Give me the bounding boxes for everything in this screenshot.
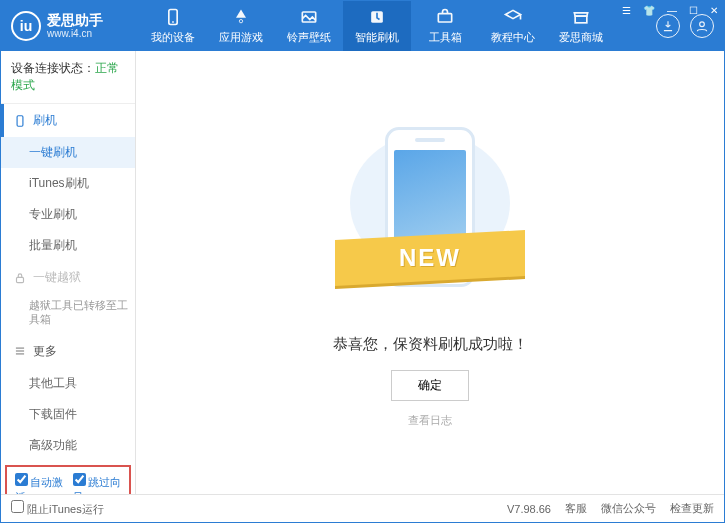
auto-activate-checkbox[interactable]: 自动激活 <box>15 473 63 494</box>
ok-button[interactable]: 确定 <box>391 370 469 401</box>
sidebar-item-batch[interactable]: 批量刷机 <box>1 230 135 261</box>
svg-point-2 <box>239 20 242 23</box>
user-icon <box>695 19 709 33</box>
nav-label: 智能刷机 <box>355 30 399 45</box>
section-title: 一键越狱 <box>33 269 81 286</box>
sidebar-item-firmware[interactable]: 下载固件 <box>1 399 135 430</box>
apps-icon <box>231 7 251 27</box>
tutorial-icon <box>503 7 523 27</box>
logo-icon: iu <box>11 11 41 41</box>
nav-tutorials[interactable]: 教程中心 <box>479 1 547 51</box>
device-icon <box>163 7 183 27</box>
app-url: www.i4.cn <box>47 28 103 39</box>
section-title: 刷机 <box>33 112 57 129</box>
section-title: 更多 <box>33 343 57 360</box>
svg-rect-8 <box>17 115 23 126</box>
sidebar-item-other[interactable]: 其他工具 <box>1 368 135 399</box>
lock-icon <box>13 271 27 285</box>
download-button[interactable] <box>656 14 680 38</box>
sidebar-section-flash[interactable]: 刷机 <box>1 104 135 137</box>
svg-rect-6 <box>575 16 587 23</box>
skip-guide-checkbox[interactable]: 跳过向导 <box>73 473 121 494</box>
success-message: 恭喜您，保资料刷机成功啦！ <box>333 335 528 354</box>
svg-point-7 <box>700 22 705 27</box>
nav-label: 工具箱 <box>429 30 462 45</box>
connection-status: 设备连接状态：正常模式 <box>1 51 135 104</box>
wallpaper-icon <box>299 7 319 27</box>
sidebar: 设备连接状态：正常模式 刷机 一键刷机 iTunes刷机 专业刷机 批量刷机 一… <box>1 51 136 494</box>
option-checkboxes: 自动激活 跳过向导 <box>5 465 131 494</box>
sidebar-item-itunes[interactable]: iTunes刷机 <box>1 168 135 199</box>
logo: iu 爱思助手 www.i4.cn <box>11 11 139 41</box>
top-nav: 我的设备 应用游戏 铃声壁纸 智能刷机 工具箱 教程中心 <box>139 1 656 51</box>
phone-icon <box>13 114 27 128</box>
nav-store[interactable]: 爱思商城 <box>547 1 615 51</box>
footer: 阻止iTunes运行 V7.98.66 客服 微信公众号 检查更新 <box>1 494 724 522</box>
nav-apps[interactable]: 应用游戏 <box>207 1 275 51</box>
nav-label: 教程中心 <box>491 30 535 45</box>
account-button[interactable] <box>690 14 714 38</box>
jailbreak-note: 越狱工具已转移至工具箱 <box>1 294 135 335</box>
checkbox-label: 阻止iTunes运行 <box>27 503 104 515</box>
sidebar-item-pro[interactable]: 专业刷机 <box>1 199 135 230</box>
nav-flash[interactable]: 智能刷机 <box>343 1 411 51</box>
app-name: 爱思助手 <box>47 13 103 28</box>
conn-label: 设备连接状态： <box>11 61 95 75</box>
nav-label: 我的设备 <box>151 30 195 45</box>
nav-my-device[interactable]: 我的设备 <box>139 1 207 51</box>
content-area: 设备连接状态：正常模式 刷机 一键刷机 iTunes刷机 专业刷机 批量刷机 一… <box>1 51 724 494</box>
store-icon <box>571 7 591 27</box>
sidebar-item-oneclick[interactable]: 一键刷机 <box>1 137 135 168</box>
toolbox-icon <box>435 7 455 27</box>
view-log-link[interactable]: 查看日志 <box>408 413 452 428</box>
list-icon <box>13 344 27 358</box>
svg-rect-5 <box>438 14 451 22</box>
nav-toolbox[interactable]: 工具箱 <box>411 1 479 51</box>
sidebar-section-jailbreak: 一键越狱 <box>1 261 135 294</box>
skin-icon[interactable]: 👕 <box>637 1 661 20</box>
check-update-link[interactable]: 检查更新 <box>670 501 714 516</box>
sidebar-section-more[interactable]: 更多 <box>1 335 135 368</box>
version-label: V7.98.66 <box>507 503 551 515</box>
ribbon-text: NEW <box>399 244 461 272</box>
wechat-link[interactable]: 微信公众号 <box>601 501 656 516</box>
support-link[interactable]: 客服 <box>565 501 587 516</box>
nav-label: 铃声壁纸 <box>287 30 331 45</box>
app-window: ☰ 👕 — ☐ ✕ iu 爱思助手 www.i4.cn 我的设备 应用游戏 铃 <box>0 0 725 523</box>
flash-icon <box>367 7 387 27</box>
settings-icon[interactable]: ☰ <box>616 1 637 20</box>
success-illustration: NEW <box>345 117 515 317</box>
nav-label: 应用游戏 <box>219 30 263 45</box>
nav-label: 爱思商城 <box>559 30 603 45</box>
svg-rect-9 <box>17 277 24 282</box>
sidebar-item-advanced[interactable]: 高级功能 <box>1 430 135 461</box>
block-itunes-checkbox[interactable]: 阻止iTunes运行 <box>11 500 104 517</box>
nav-ringtones[interactable]: 铃声壁纸 <box>275 1 343 51</box>
download-icon <box>661 19 675 33</box>
main-panel: NEW 恭喜您，保资料刷机成功啦！ 确定 查看日志 <box>136 51 724 494</box>
